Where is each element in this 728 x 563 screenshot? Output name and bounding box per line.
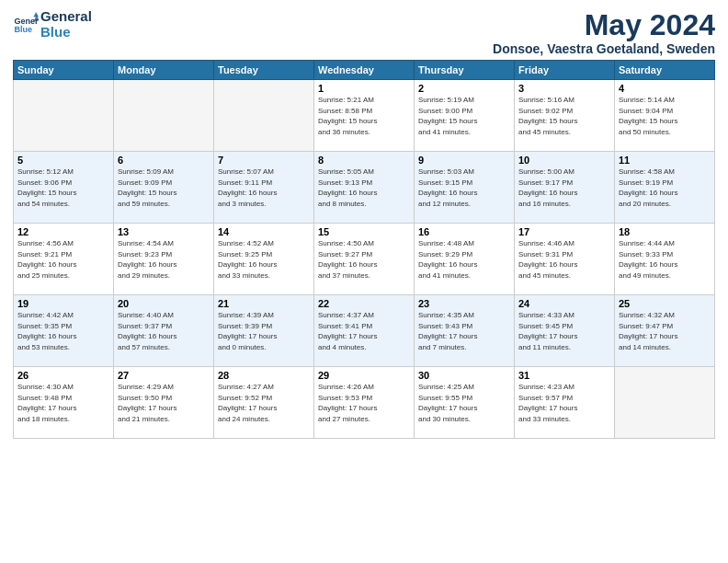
day-info: Sunrise: 4:29 AM Sunset: 9:50 PM Dayligh… xyxy=(118,382,210,424)
day-info: Sunrise: 4:35 AM Sunset: 9:43 PM Dayligh… xyxy=(418,310,510,352)
day-number: 4 xyxy=(619,83,711,94)
calendar-table: SundayMondayTuesdayWednesdayThursdayFrid… xyxy=(13,60,715,439)
day-info: Sunrise: 4:50 AM Sunset: 9:27 PM Dayligh… xyxy=(318,238,410,281)
calendar-day-cell: 28Sunrise: 4:27 AM Sunset: 9:52 PM Dayli… xyxy=(214,367,314,439)
day-info: Sunrise: 4:48 AM Sunset: 9:29 PM Dayligh… xyxy=(418,238,510,281)
calendar-day-cell: 8Sunrise: 5:05 AM Sunset: 9:13 PM Daylig… xyxy=(314,152,415,224)
calendar-day-cell: 21Sunrise: 4:39 AM Sunset: 9:39 PM Dayli… xyxy=(214,295,314,367)
calendar-day-cell: 17Sunrise: 4:46 AM Sunset: 9:31 PM Dayli… xyxy=(515,224,615,295)
day-info: Sunrise: 4:27 AM Sunset: 9:52 PM Dayligh… xyxy=(218,382,310,424)
day-number: 15 xyxy=(318,226,410,237)
calendar-week-row: 5Sunrise: 5:12 AM Sunset: 9:06 PM Daylig… xyxy=(14,152,715,224)
day-info: Sunrise: 4:52 AM Sunset: 9:25 PM Dayligh… xyxy=(218,238,310,281)
day-info: Sunrise: 4:32 AM Sunset: 9:47 PM Dayligh… xyxy=(619,310,711,352)
day-info: Sunrise: 4:26 AM Sunset: 9:53 PM Dayligh… xyxy=(318,382,410,424)
day-number: 26 xyxy=(17,370,109,381)
day-info: Sunrise: 4:54 AM Sunset: 9:23 PM Dayligh… xyxy=(118,238,210,281)
weekday-header-row: SundayMondayTuesdayWednesdayThursdayFrid… xyxy=(14,61,715,80)
weekday-header-thursday: Thursday xyxy=(415,61,515,80)
day-info: Sunrise: 4:33 AM Sunset: 9:45 PM Dayligh… xyxy=(518,310,610,352)
logo: General Blue General Blue xyxy=(13,9,92,40)
day-number: 1 xyxy=(318,83,410,94)
day-number: 12 xyxy=(17,226,109,237)
day-info: Sunrise: 4:58 AM Sunset: 9:19 PM Dayligh… xyxy=(619,167,711,209)
calendar-week-row: 12Sunrise: 4:56 AM Sunset: 9:21 PM Dayli… xyxy=(14,224,715,295)
calendar-day-cell: 30Sunrise: 4:25 AM Sunset: 9:55 PM Dayli… xyxy=(415,367,515,439)
day-number: 22 xyxy=(318,298,410,309)
calendar-day-cell: 23Sunrise: 4:35 AM Sunset: 9:43 PM Dayli… xyxy=(415,295,515,367)
calendar-day-cell: 4Sunrise: 5:14 AM Sunset: 9:04 PM Daylig… xyxy=(615,80,715,152)
day-number: 21 xyxy=(218,298,310,309)
day-info: Sunrise: 4:37 AM Sunset: 9:41 PM Dayligh… xyxy=(318,310,410,352)
header: General Blue General Blue May 2024 Donso… xyxy=(13,9,715,56)
calendar-day-cell xyxy=(114,80,214,152)
day-number: 19 xyxy=(17,298,109,309)
weekday-header-monday: Monday xyxy=(114,61,214,80)
calendar-day-cell: 22Sunrise: 4:37 AM Sunset: 9:41 PM Dayli… xyxy=(314,295,415,367)
day-number: 10 xyxy=(518,155,610,166)
calendar-page: General Blue General Blue May 2024 Donso… xyxy=(0,0,728,563)
day-info: Sunrise: 5:09 AM Sunset: 9:09 PM Dayligh… xyxy=(118,167,210,209)
calendar-day-cell: 20Sunrise: 4:40 AM Sunset: 9:37 PM Dayli… xyxy=(114,295,214,367)
calendar-day-cell: 27Sunrise: 4:29 AM Sunset: 9:50 PM Dayli… xyxy=(114,367,214,439)
day-info: Sunrise: 4:46 AM Sunset: 9:31 PM Dayligh… xyxy=(518,238,610,281)
day-info: Sunrise: 4:42 AM Sunset: 9:35 PM Dayligh… xyxy=(17,310,109,352)
calendar-week-row: 19Sunrise: 4:42 AM Sunset: 9:35 PM Dayli… xyxy=(14,295,715,367)
day-number: 27 xyxy=(118,370,210,381)
title-block: May 2024 Donsoe, Vaestra Goetaland, Swed… xyxy=(493,9,715,56)
calendar-day-cell: 14Sunrise: 4:52 AM Sunset: 9:25 PM Dayli… xyxy=(214,224,314,295)
day-number: 28 xyxy=(218,370,310,381)
day-number: 31 xyxy=(518,370,610,381)
calendar-day-cell: 11Sunrise: 4:58 AM Sunset: 9:19 PM Dayli… xyxy=(615,152,715,224)
day-number: 16 xyxy=(418,226,510,237)
weekday-header-friday: Friday xyxy=(515,61,615,80)
day-number: 2 xyxy=(418,83,510,94)
day-info: Sunrise: 5:12 AM Sunset: 9:06 PM Dayligh… xyxy=(17,167,109,209)
calendar-day-cell xyxy=(615,367,715,439)
day-number: 23 xyxy=(418,298,510,309)
day-info: Sunrise: 5:21 AM Sunset: 8:58 PM Dayligh… xyxy=(318,95,410,137)
calendar-day-cell: 13Sunrise: 4:54 AM Sunset: 9:23 PM Dayli… xyxy=(114,224,214,295)
day-info: Sunrise: 5:03 AM Sunset: 9:15 PM Dayligh… xyxy=(418,167,510,209)
day-number: 8 xyxy=(318,155,410,166)
day-number: 5 xyxy=(17,155,109,166)
day-number: 6 xyxy=(118,155,210,166)
calendar-day-cell: 9Sunrise: 5:03 AM Sunset: 9:15 PM Daylig… xyxy=(415,152,515,224)
calendar-day-cell: 26Sunrise: 4:30 AM Sunset: 9:48 PM Dayli… xyxy=(14,367,114,439)
calendar-day-cell xyxy=(214,80,314,152)
calendar-day-cell: 16Sunrise: 4:48 AM Sunset: 9:29 PM Dayli… xyxy=(415,224,515,295)
calendar-day-cell: 5Sunrise: 5:12 AM Sunset: 9:06 PM Daylig… xyxy=(14,152,114,224)
weekday-header-tuesday: Tuesday xyxy=(214,61,314,80)
day-info: Sunrise: 4:39 AM Sunset: 9:39 PM Dayligh… xyxy=(218,310,310,352)
day-number: 9 xyxy=(418,155,510,166)
day-info: Sunrise: 5:00 AM Sunset: 9:17 PM Dayligh… xyxy=(518,167,610,209)
day-info: Sunrise: 4:56 AM Sunset: 9:21 PM Dayligh… xyxy=(17,238,109,281)
calendar-day-cell: 24Sunrise: 4:33 AM Sunset: 9:45 PM Dayli… xyxy=(515,295,615,367)
calendar-day-cell: 7Sunrise: 5:07 AM Sunset: 9:11 PM Daylig… xyxy=(214,152,314,224)
weekday-header-saturday: Saturday xyxy=(615,61,715,80)
day-number: 17 xyxy=(518,226,610,237)
day-info: Sunrise: 5:07 AM Sunset: 9:11 PM Dayligh… xyxy=(218,167,310,209)
calendar-week-row: 1Sunrise: 5:21 AM Sunset: 8:58 PM Daylig… xyxy=(14,80,715,152)
calendar-day-cell: 12Sunrise: 4:56 AM Sunset: 9:21 PM Dayli… xyxy=(14,224,114,295)
day-number: 18 xyxy=(619,226,711,237)
day-info: Sunrise: 4:40 AM Sunset: 9:37 PM Dayligh… xyxy=(118,310,210,352)
logo-text: General Blue xyxy=(40,9,92,40)
logo-icon: General Blue xyxy=(13,12,39,38)
day-info: Sunrise: 4:25 AM Sunset: 9:55 PM Dayligh… xyxy=(418,382,510,424)
day-number: 25 xyxy=(619,298,711,309)
calendar-week-row: 26Sunrise: 4:30 AM Sunset: 9:48 PM Dayli… xyxy=(14,367,715,439)
location: Donsoe, Vaestra Goetaland, Sweden xyxy=(493,41,715,56)
day-info: Sunrise: 5:14 AM Sunset: 9:04 PM Dayligh… xyxy=(619,95,711,137)
calendar-day-cell: 2Sunrise: 5:19 AM Sunset: 9:00 PM Daylig… xyxy=(415,80,515,152)
day-info: Sunrise: 4:44 AM Sunset: 9:33 PM Dayligh… xyxy=(619,238,711,281)
day-number: 29 xyxy=(318,370,410,381)
calendar-day-cell: 31Sunrise: 4:23 AM Sunset: 9:57 PM Dayli… xyxy=(515,367,615,439)
day-number: 24 xyxy=(518,298,610,309)
calendar-day-cell: 29Sunrise: 4:26 AM Sunset: 9:53 PM Dayli… xyxy=(314,367,415,439)
calendar-day-cell: 6Sunrise: 5:09 AM Sunset: 9:09 PM Daylig… xyxy=(114,152,214,224)
weekday-header-wednesday: Wednesday xyxy=(314,61,415,80)
calendar-day-cell: 10Sunrise: 5:00 AM Sunset: 9:17 PM Dayli… xyxy=(515,152,615,224)
calendar-day-cell xyxy=(14,80,114,152)
day-number: 7 xyxy=(218,155,310,166)
